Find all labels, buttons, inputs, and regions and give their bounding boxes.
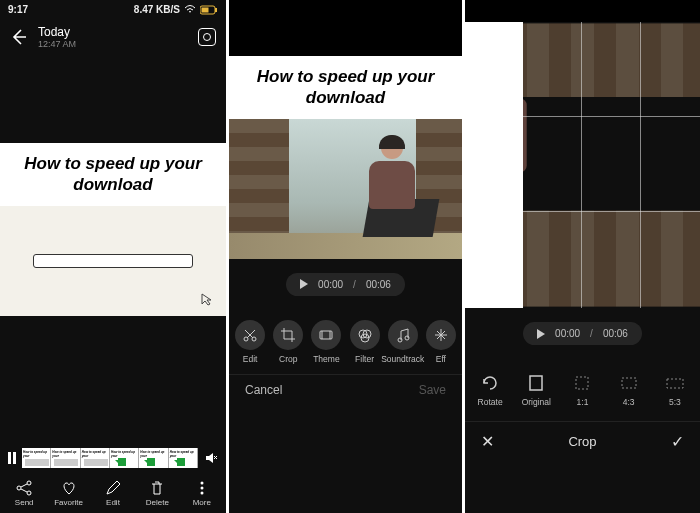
share-icon bbox=[16, 480, 32, 496]
tool-rotate[interactable]: Rotate bbox=[472, 373, 508, 407]
tool-edit[interactable]: Edit bbox=[232, 320, 268, 364]
heart-icon bbox=[61, 480, 77, 496]
google-lens-icon[interactable] bbox=[198, 28, 216, 46]
play-button[interactable] bbox=[300, 279, 308, 289]
tool-theme[interactable]: Theme bbox=[308, 320, 344, 364]
svg-rect-17 bbox=[530, 376, 542, 390]
viewer-subtitle: 12:47 AM bbox=[38, 39, 188, 49]
tool-effects[interactable]: Eff bbox=[423, 320, 459, 364]
battery-icon bbox=[200, 5, 218, 15]
tool-filter[interactable]: Filter bbox=[347, 320, 383, 364]
send-button[interactable]: Send bbox=[4, 480, 44, 507]
favorite-button[interactable]: Favorite bbox=[49, 480, 89, 507]
save-button[interactable]: Save bbox=[419, 383, 446, 397]
time-total: 00:06 bbox=[366, 279, 391, 290]
ratio-53-icon bbox=[665, 373, 685, 393]
rotated-title: How to speed up your download bbox=[465, 22, 523, 308]
more-icon bbox=[194, 480, 210, 496]
pencil-icon bbox=[105, 480, 121, 496]
editor-footer: Cancel Save bbox=[229, 374, 462, 407]
crop-toolbar: Rotate Original 1:1 4:3 5:3 bbox=[465, 359, 700, 421]
theme-icon bbox=[311, 320, 341, 350]
play-button[interactable] bbox=[537, 329, 545, 339]
music-icon bbox=[388, 320, 418, 350]
editor-preview[interactable]: How to speed up your download bbox=[229, 56, 462, 259]
svg-rect-19 bbox=[622, 378, 636, 388]
video-timeline: How to speed up your How to speed up you… bbox=[0, 448, 226, 472]
tool-soundtrack[interactable]: Soundtrack bbox=[385, 320, 421, 364]
time-current: 00:00 bbox=[555, 328, 580, 339]
viewer-header: Today 12:47 AM bbox=[0, 19, 226, 55]
panel-gallery-viewer: 9:17 8.47 KB/S Today 12:47 AM How to spe… bbox=[0, 0, 226, 513]
panel-video-editor: How to speed up your download 00:00/00:0… bbox=[229, 0, 462, 513]
tool-crop[interactable]: Crop bbox=[270, 320, 306, 364]
svg-rect-20 bbox=[667, 379, 683, 388]
tool-ratio-53[interactable]: 5:3 bbox=[657, 373, 693, 407]
svg-point-5 bbox=[27, 491, 31, 495]
delete-button[interactable]: Delete bbox=[137, 480, 177, 507]
more-button[interactable]: More bbox=[182, 480, 222, 507]
mute-icon[interactable] bbox=[204, 451, 218, 465]
video-frame-image bbox=[229, 119, 462, 259]
svg-point-6 bbox=[200, 482, 203, 485]
confirm-button[interactable]: ✓ bbox=[671, 432, 684, 451]
crop-preview[interactable]: How to speed up your download bbox=[465, 22, 700, 308]
timeline-thumbnails[interactable]: How to speed up your How to speed up you… bbox=[22, 448, 198, 468]
ratio-43-icon bbox=[619, 373, 639, 393]
crop-footer: ✕ Crop ✓ bbox=[465, 421, 700, 461]
svg-point-8 bbox=[200, 492, 203, 495]
status-net: 8.47 KB/S bbox=[134, 4, 180, 15]
close-button[interactable]: ✕ bbox=[481, 432, 494, 451]
status-bar: 9:17 8.47 KB/S bbox=[0, 0, 226, 19]
scissors-icon bbox=[235, 320, 265, 350]
svg-point-4 bbox=[17, 486, 21, 490]
video-frame[interactable] bbox=[0, 206, 226, 316]
svg-rect-1 bbox=[202, 7, 209, 12]
tool-ratio-43[interactable]: 4:3 bbox=[611, 373, 647, 407]
time-total: 00:06 bbox=[603, 328, 628, 339]
playback-pill: 00:00/00:06 bbox=[286, 273, 405, 296]
rotated-video-frame bbox=[523, 23, 700, 306]
status-time: 9:17 bbox=[8, 4, 28, 15]
svg-point-3 bbox=[27, 481, 31, 485]
time-current: 00:00 bbox=[318, 279, 343, 290]
progress-bar-graphic bbox=[33, 254, 193, 268]
cursor-icon bbox=[200, 292, 214, 306]
video-frame-title: How to speed up your download bbox=[0, 143, 226, 206]
svg-rect-2 bbox=[215, 8, 217, 12]
video-title-overlay: How to speed up your download bbox=[229, 56, 462, 119]
original-icon bbox=[526, 373, 546, 393]
pause-button[interactable] bbox=[8, 452, 16, 464]
tool-original[interactable]: Original bbox=[518, 373, 554, 407]
panel-crop-editor: How to speed up your download 00:00/00:0… bbox=[465, 0, 700, 513]
edit-button[interactable]: Edit bbox=[93, 480, 133, 507]
playback-pill: 00:00/00:06 bbox=[523, 322, 642, 345]
bottom-toolbar: Send Favorite Edit Delete More bbox=[0, 472, 226, 513]
footer-title: Crop bbox=[568, 434, 596, 449]
effects-icon bbox=[426, 320, 456, 350]
back-icon[interactable] bbox=[10, 28, 28, 46]
viewer-title: Today bbox=[38, 25, 188, 39]
trash-icon bbox=[149, 480, 165, 496]
crop-icon bbox=[273, 320, 303, 350]
filter-icon bbox=[350, 320, 380, 350]
cancel-button[interactable]: Cancel bbox=[245, 383, 282, 397]
ratio-11-icon bbox=[572, 373, 592, 393]
wifi-icon bbox=[184, 5, 196, 15]
editor-toolbar: Edit Crop Theme Filter Soundtrack Eff bbox=[229, 310, 462, 374]
svg-rect-18 bbox=[576, 377, 588, 389]
tool-ratio-11[interactable]: 1:1 bbox=[564, 373, 600, 407]
rotate-icon bbox=[480, 373, 500, 393]
svg-point-7 bbox=[200, 487, 203, 490]
